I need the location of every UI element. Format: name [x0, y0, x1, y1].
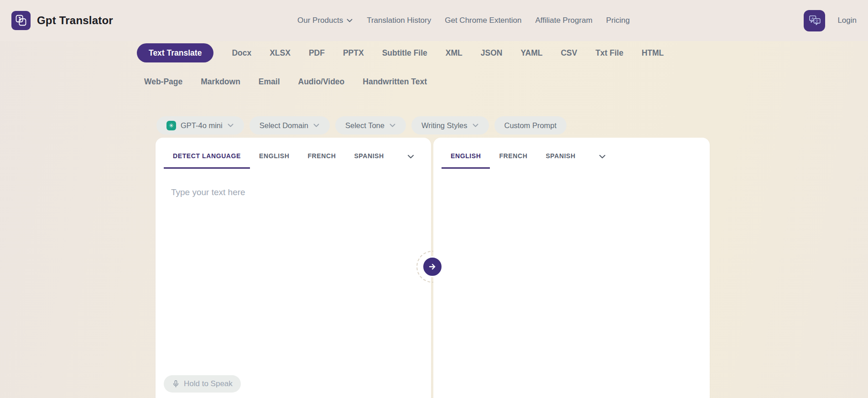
chevron-down-icon — [346, 18, 353, 23]
controls-row: ✳ GPT-4o mini Select Domain Select Tone … — [156, 116, 567, 134]
file-type-tabs-row-2: Web-Page Markdown Email Audio/Video Hand… — [144, 72, 427, 91]
custom-prompt-button[interactable]: Custom Prompt — [494, 116, 567, 134]
writing-styles-select[interactable]: Writing Styles — [411, 116, 489, 134]
file-tab-docx[interactable]: Docx — [232, 48, 251, 58]
domain-select-value: Select Domain — [260, 121, 308, 130]
brand-title: Gpt Translator — [37, 14, 113, 27]
file-tab-json[interactable]: JSON — [481, 48, 503, 58]
model-select-value: GPT-4o mini — [181, 121, 223, 130]
target-tab-english[interactable]: ENGLISH — [442, 145, 490, 169]
file-tab-pptx[interactable]: PPTX — [343, 48, 364, 58]
more-languages-chevron-icon[interactable] — [598, 154, 606, 160]
nav-item-get-chrome-extension[interactable]: Get Chrome Extention — [445, 16, 521, 25]
target-tab-french[interactable]: FRENCH — [490, 145, 536, 169]
tone-select[interactable]: Select Tone — [335, 116, 406, 134]
translate-icon: A 文 — [807, 13, 822, 28]
file-tab-subtitle-file[interactable]: Subtitle File — [382, 48, 427, 58]
chevron-down-icon — [472, 123, 479, 128]
file-type-tabs-row-1: Text Translate Docx XLSX PDF PPTX Subtit… — [137, 43, 664, 62]
source-tab-spanish[interactable]: SPANISH — [345, 145, 393, 169]
header: Gpt Translator Our Products Translation … — [0, 0, 868, 41]
page: Gpt Translator Our Products Translation … — [0, 0, 868, 398]
nav-item-our-products[interactable]: Our Products — [297, 16, 353, 25]
chevron-down-icon — [389, 123, 396, 128]
tone-select-value: Select Tone — [345, 121, 385, 130]
file-tab-email[interactable]: Email — [259, 77, 280, 87]
topbar-right: A 文 Login — [804, 0, 857, 41]
more-languages-chevron-icon[interactable] — [407, 154, 415, 160]
chevron-down-icon — [313, 123, 320, 128]
microphone-icon — [172, 380, 180, 388]
source-panel: DETECT LANGUAGE ENGLISH FRENCH SPANISH H… — [156, 138, 431, 398]
file-tab-markdown[interactable]: Markdown — [201, 77, 240, 87]
file-tab-audio-video[interactable]: Audio/Video — [298, 77, 345, 87]
translator-widget-button[interactable]: A 文 — [804, 10, 825, 31]
svg-text:文: 文 — [815, 19, 819, 23]
main-nav: Our Products Translation History Get Chr… — [297, 0, 630, 41]
file-tab-pdf[interactable]: PDF — [309, 48, 325, 58]
target-panel: ENGLISH FRENCH SPANISH — [433, 138, 710, 398]
file-tab-txt-file[interactable]: Txt File — [595, 48, 623, 58]
source-language-tabs: DETECT LANGUAGE ENGLISH FRENCH SPANISH — [156, 138, 431, 169]
source-tab-detect-language[interactable]: DETECT LANGUAGE — [164, 145, 250, 169]
logo-icon — [11, 11, 31, 30]
nav-item-label: Our Products — [297, 16, 343, 25]
translate-arrow-button[interactable] — [422, 256, 443, 277]
file-tab-web-page[interactable]: Web-Page — [144, 77, 182, 87]
file-tab-html[interactable]: HTML — [642, 48, 664, 58]
chevron-down-icon — [227, 123, 234, 128]
svg-text:A: A — [811, 16, 814, 21]
nav-item-pricing[interactable]: Pricing — [606, 16, 630, 25]
file-tab-xml[interactable]: XML — [446, 48, 463, 58]
source-text-input[interactable] — [171, 186, 421, 359]
brand[interactable]: Gpt Translator — [11, 11, 113, 30]
source-tab-english[interactable]: ENGLISH — [250, 145, 298, 169]
login-link[interactable]: Login — [837, 16, 857, 25]
nav-item-affiliate-program[interactable]: Affiliate Program — [535, 16, 592, 25]
file-tab-csv[interactable]: CSV — [561, 48, 577, 58]
file-tab-yaml[interactable]: YAML — [520, 48, 542, 58]
file-tab-handwritten-text[interactable]: Handwritten Text — [363, 77, 427, 87]
nav-item-translation-history[interactable]: Translation History — [367, 16, 431, 25]
model-select[interactable]: ✳ GPT-4o mini — [156, 116, 244, 134]
writing-styles-value: Writing Styles — [421, 121, 468, 130]
file-tab-xlsx[interactable]: XLSX — [270, 48, 291, 58]
translation-output — [449, 186, 700, 389]
target-tab-spanish[interactable]: SPANISH — [536, 145, 584, 169]
hold-to-speak-label: Hold to Speak — [184, 379, 233, 388]
target-language-tabs: ENGLISH FRENCH SPANISH — [433, 138, 710, 169]
custom-prompt-label: Custom Prompt — [504, 121, 557, 130]
openai-icon: ✳ — [166, 121, 176, 130]
file-tab-text-translate[interactable]: Text Translate — [137, 43, 213, 62]
hold-to-speak-button[interactable]: Hold to Speak — [164, 375, 241, 393]
source-tab-french[interactable]: FRENCH — [298, 145, 345, 169]
domain-select[interactable]: Select Domain — [249, 116, 330, 134]
arrow-right-icon — [427, 262, 437, 272]
